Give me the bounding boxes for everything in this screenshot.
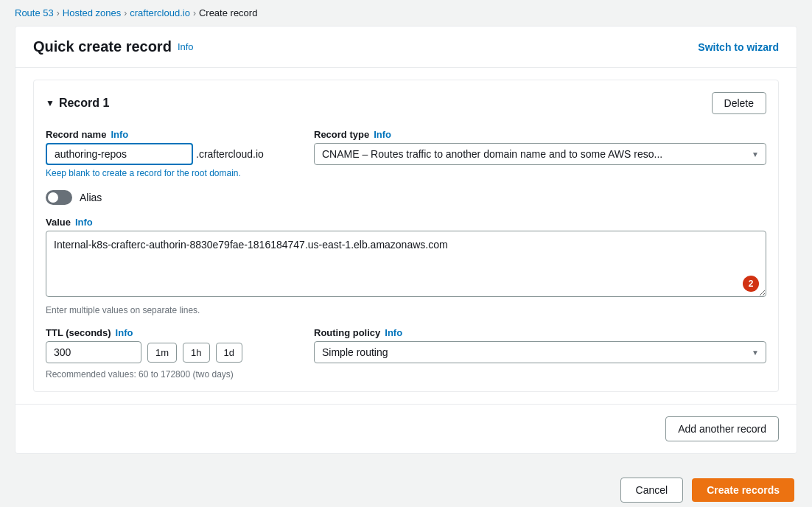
- main-container: Quick create record Info Switch to wizar…: [15, 26, 797, 454]
- record-section: ▼ Record 1 Delete Record name Info .craf…: [33, 80, 779, 392]
- ttl-info-link[interactable]: Info: [116, 327, 133, 338]
- record-type-select-wrapper: CNAME – Routes traffic to another domain…: [314, 143, 766, 165]
- routing-group: Routing policy Info Simple routing: [314, 327, 766, 363]
- page-header-left: Quick create record Info: [33, 38, 194, 55]
- ttl-1h-button[interactable]: 1h: [183, 343, 209, 363]
- record-name-input-row: .craftercloud.io: [46, 143, 296, 165]
- breadcrumb-sep-1: ›: [57, 8, 60, 18]
- breadcrumb-current: Create record: [199, 7, 257, 18]
- routing-policy-info-link[interactable]: Info: [385, 327, 402, 338]
- routing-policy-select-wrapper: Simple routing: [314, 341, 766, 363]
- alias-label: Alias: [80, 192, 102, 203]
- ttl-1m-button[interactable]: 1m: [147, 343, 177, 363]
- breadcrumb: Route 53 › Hosted zones › craftercloud.i…: [0, 0, 812, 26]
- breadcrumb-sep-3: ›: [193, 8, 196, 18]
- value-textarea[interactable]: Internal-k8s-crafterc-authorin-8830e79fa…: [46, 231, 766, 297]
- add-another-record-button[interactable]: Add another record: [665, 416, 779, 441]
- breadcrumb-route53[interactable]: Route 53: [15, 7, 54, 18]
- record-type-select[interactable]: CNAME – Routes traffic to another domain…: [314, 143, 766, 165]
- breadcrumb-craftercloud[interactable]: craftercloud.io: [130, 7, 190, 18]
- switch-wizard-button[interactable]: Switch to wizard: [698, 41, 779, 53]
- ttl-recommendation: Recommended values: 60 to 172800 (two da…: [46, 369, 296, 380]
- record-type-info-link[interactable]: Info: [374, 129, 391, 140]
- record-name-hint: Keep blank to create a record for the ro…: [46, 168, 296, 178]
- ttl-input-row: 1m 1h 1d: [46, 341, 296, 363]
- record-name-label: Record name Info: [46, 129, 296, 140]
- page-footer: Cancel Create records: [0, 469, 812, 507]
- alias-row: Alias: [46, 190, 766, 205]
- collapse-icon: ▼: [46, 98, 55, 108]
- breadcrumb-sep-2: ›: [124, 8, 127, 18]
- record-name-group: Record name Info .craftercloud.io Keep b…: [46, 129, 296, 178]
- ttl-input[interactable]: [46, 341, 141, 363]
- record-type-group: Record type Info CNAME – Routes traffic …: [314, 129, 766, 178]
- value-info-link[interactable]: Info: [75, 217, 93, 228]
- value-hint: Enter multiple values on separate lines.: [46, 305, 766, 315]
- record-name-info-link[interactable]: Info: [111, 129, 128, 140]
- record-type-label: Record type Info: [314, 129, 766, 140]
- record-section-title: Record 1: [59, 97, 109, 110]
- page-title: Quick create record: [33, 38, 172, 55]
- page-header: Quick create record Info Switch to wizar…: [15, 27, 797, 68]
- breadcrumb-hosted-zones[interactable]: Hosted zones: [63, 7, 122, 18]
- value-badge: 2: [743, 276, 759, 292]
- routing-policy-label: Routing policy Info: [314, 327, 766, 338]
- routing-policy-select[interactable]: Simple routing: [314, 341, 766, 363]
- header-info-link[interactable]: Info: [178, 41, 194, 52]
- delete-button[interactable]: Delete: [712, 92, 766, 114]
- value-group: Value Info Internal-k8s-crafterc-authori…: [46, 217, 766, 315]
- ttl-routing-row: TTL (seconds) Info 1m 1h 1d Recommended …: [46, 327, 766, 380]
- record-name-input[interactable]: [46, 143, 193, 165]
- cancel-button[interactable]: Cancel: [620, 478, 684, 503]
- name-type-row: Record name Info .craftercloud.io Keep b…: [46, 129, 766, 178]
- toggle-track: [46, 190, 72, 205]
- domain-suffix: .craftercloud.io: [196, 148, 264, 160]
- record-title: ▼ Record 1: [46, 97, 109, 110]
- ttl-label: TTL (seconds) Info: [46, 327, 296, 338]
- value-textarea-wrapper: Internal-k8s-crafterc-authorin-8830e79fa…: [46, 231, 766, 299]
- create-records-button[interactable]: Create records: [692, 478, 794, 502]
- ttl-1d-button[interactable]: 1d: [216, 343, 242, 363]
- ttl-group: TTL (seconds) Info 1m 1h 1d Recommended …: [46, 327, 296, 380]
- section-footer: Add another record: [15, 404, 797, 453]
- alias-toggle[interactable]: [46, 190, 72, 205]
- value-label: Value Info: [46, 217, 766, 228]
- record-header: ▼ Record 1 Delete: [46, 92, 766, 114]
- toggle-thumb: [48, 192, 58, 203]
